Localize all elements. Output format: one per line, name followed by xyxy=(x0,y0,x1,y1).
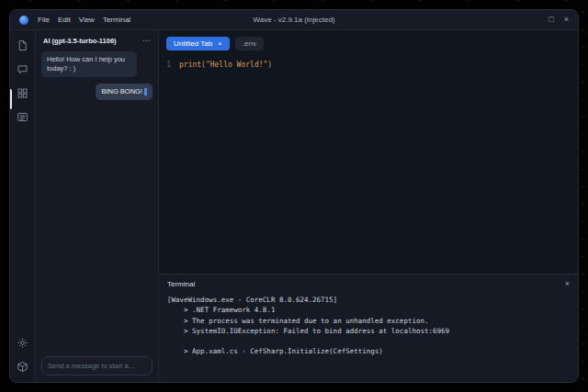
tab-close-icon[interactable]: × xyxy=(218,39,222,48)
app-window: File Edit View Terminal Wave - v2.9.1a (… xyxy=(9,9,579,383)
app-body: AI (gpt-3.5-turbo-1106) ⋯ Hello! How can… xyxy=(10,30,578,382)
menu-item-edit[interactable]: Edit xyxy=(58,16,71,24)
user-message-text: BING BONG! xyxy=(101,87,142,96)
menu-item-terminal[interactable]: Terminal xyxy=(103,16,130,24)
maximize-icon[interactable]: □ xyxy=(548,16,553,24)
tab-bar: Untitled Tab × .env xyxy=(159,30,578,55)
settings-gear-icon[interactable] xyxy=(17,337,28,349)
terminal-line xyxy=(167,336,570,346)
line-number: 1 xyxy=(159,60,179,71)
menu-item-file[interactable]: File xyxy=(38,16,50,24)
window-title: Wave - v2.9.1a (Injected) xyxy=(253,16,334,24)
ai-panel-title: AI (gpt-3.5-turbo-1106) xyxy=(43,37,117,45)
code-editor[interactable]: 1 print("Hello World!") xyxy=(159,55,578,274)
terminal-line: > App.xaml.cs - CefSharp.Initialize(CefS… xyxy=(167,346,570,356)
ai-chat-panel: AI (gpt-3.5-turbo-1106) ⋯ Hello! How can… xyxy=(36,30,159,382)
chat-icon[interactable] xyxy=(17,63,28,75)
chat-input[interactable] xyxy=(41,356,153,375)
text-cursor xyxy=(144,88,147,95)
tab-untitled-label: Untitled Tab xyxy=(174,39,212,48)
menu-item-view[interactable]: View xyxy=(79,16,95,24)
terminal-line: > The process was terminated due to an u… xyxy=(167,316,570,326)
more-options-icon[interactable]: ⋯ xyxy=(142,39,151,43)
assistant-message: Hello! How can I help you today? : ) xyxy=(41,51,137,77)
wave-logo-icon xyxy=(19,16,28,25)
chat-message-list: Hello! How can I help you today? : ) BIN… xyxy=(36,50,158,349)
user-message: BING BONG! xyxy=(96,84,153,100)
code-line: 1 print("Hello World!") xyxy=(159,60,578,71)
terminal-close-icon[interactable]: × xyxy=(565,279,570,288)
ai-panel-header: AI (gpt-3.5-turbo-1106) ⋯ xyxy=(36,30,158,50)
terminal-header: Terminal × xyxy=(159,274,578,291)
close-icon[interactable]: × xyxy=(564,16,569,24)
terminal-line: > SystemIO.IOException: Failed to bind a… xyxy=(167,326,570,336)
chat-input-wrap xyxy=(41,355,153,375)
code-text: print("Hello World!") xyxy=(179,60,272,71)
tab-untitled[interactable]: Untitled Tab × xyxy=(166,37,230,50)
editor-column: Untitled Tab × .env 1 print("Hello World… xyxy=(159,30,578,382)
titlebar: File Edit View Terminal Wave - v2.9.1a (… xyxy=(10,10,578,30)
terminal-line: [WaveWindows.exe - CoreCLR 8.0.624.26715… xyxy=(167,295,570,305)
terminal-output: [WaveWindows.exe - CoreCLR 8.0.624.26715… xyxy=(159,291,578,382)
window-controls: □ × xyxy=(548,16,569,24)
list-panel-icon[interactable] xyxy=(17,111,28,123)
extensions-grid-icon[interactable] xyxy=(17,87,28,99)
package-box-icon[interactable] xyxy=(17,361,28,373)
terminal-line: > .NET Framework 4.8.1 xyxy=(167,305,570,315)
activity-bar xyxy=(10,30,36,382)
rail-bottom-group xyxy=(17,337,28,373)
tab-env[interactable]: .env xyxy=(235,37,264,50)
terminal-panel: Terminal × [WaveWindows.exe - CoreCLR 8.… xyxy=(159,274,578,382)
terminal-title: Terminal xyxy=(167,280,195,288)
active-view-indicator xyxy=(10,89,12,109)
menubar: File Edit View Terminal xyxy=(38,16,130,24)
tab-env-label: .env xyxy=(243,39,256,48)
file-explorer-icon[interactable] xyxy=(17,39,28,51)
